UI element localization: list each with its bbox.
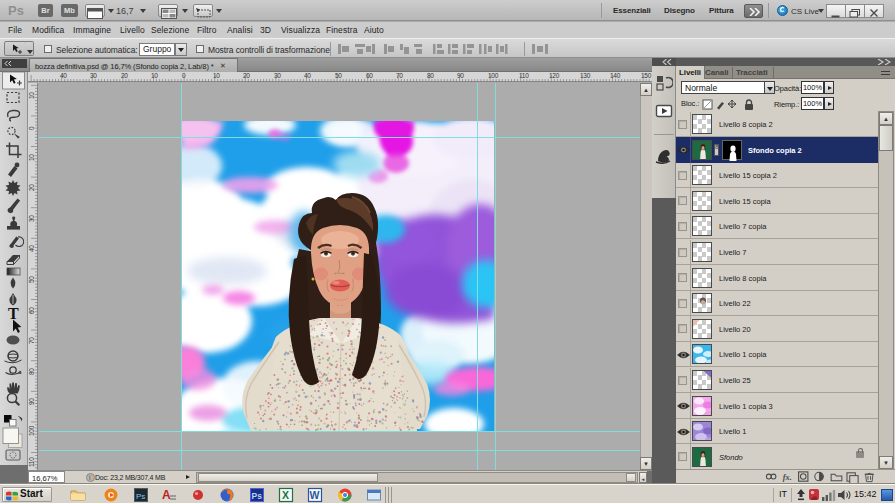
svg-text:T: T — [8, 305, 19, 322]
svg-text:Ps: Ps — [136, 492, 145, 501]
svg-text:W: W — [310, 489, 320, 501]
svg-text:Ps: Ps — [252, 491, 263, 501]
svg-text:fx.: fx. — [783, 473, 792, 482]
svg-text:X: X — [282, 489, 289, 501]
svg-text:A: A — [162, 488, 171, 502]
